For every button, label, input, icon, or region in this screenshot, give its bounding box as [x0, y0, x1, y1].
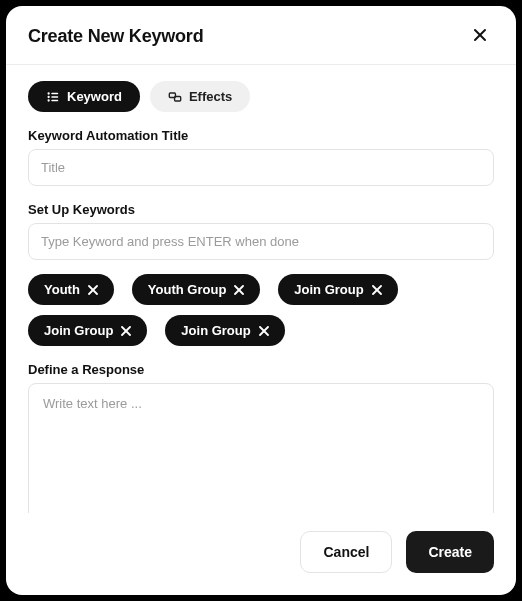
close-icon — [472, 27, 488, 46]
modal-header: Create New Keyword — [6, 6, 516, 65]
keyword-chip: Join Group — [278, 274, 397, 305]
svg-rect-6 — [51, 96, 58, 97]
modal-footer: Cancel Create — [6, 513, 516, 595]
chip-label: Join Group — [181, 323, 250, 338]
response-editor — [28, 383, 494, 513]
response-textarea[interactable] — [29, 384, 493, 502]
keyword-chips: Youth Youth Group Join Group — [28, 274, 494, 346]
svg-rect-5 — [51, 92, 58, 93]
keywords-input[interactable] — [28, 223, 494, 260]
list-icon — [46, 90, 60, 104]
chip-remove-icon[interactable] — [259, 326, 269, 336]
create-keyword-modal: Create New Keyword Keyword Effects — [6, 6, 516, 595]
tab-effects-label: Effects — [189, 89, 232, 104]
chip-remove-icon[interactable] — [372, 285, 382, 295]
tab-effects[interactable]: Effects — [150, 81, 250, 112]
chip-label: Youth — [44, 282, 80, 297]
chip-remove-icon[interactable] — [121, 326, 131, 336]
keyword-chip: Youth Group — [132, 274, 260, 305]
tabs: Keyword Effects — [28, 81, 494, 112]
modal-body: Keyword Effects Keyword Automation Title… — [6, 65, 516, 513]
keyword-chip: Join Group — [165, 315, 284, 346]
response-toolbar — [29, 506, 493, 513]
keywords-section: Set Up Keywords Youth Youth Group Join G… — [28, 202, 494, 346]
create-button[interactable]: Create — [406, 531, 494, 573]
modal-title: Create New Keyword — [28, 26, 203, 47]
effects-icon — [168, 90, 182, 104]
tab-keyword[interactable]: Keyword — [28, 81, 140, 112]
chip-label: Youth Group — [148, 282, 226, 297]
svg-point-4 — [47, 99, 49, 101]
svg-point-2 — [47, 92, 49, 94]
keyword-chip: Youth — [28, 274, 114, 305]
close-button[interactable] — [466, 22, 494, 50]
chip-label: Join Group — [294, 282, 363, 297]
title-input[interactable] — [28, 149, 494, 186]
title-section: Keyword Automation Title — [28, 128, 494, 186]
response-section: Define a Response — [28, 362, 494, 513]
svg-rect-9 — [174, 96, 180, 100]
response-label: Define a Response — [28, 362, 494, 377]
chip-remove-icon[interactable] — [88, 285, 98, 295]
chip-label: Join Group — [44, 323, 113, 338]
keywords-label: Set Up Keywords — [28, 202, 494, 217]
tab-keyword-label: Keyword — [67, 89, 122, 104]
svg-point-3 — [47, 95, 49, 97]
svg-rect-7 — [51, 99, 58, 100]
cancel-button[interactable]: Cancel — [300, 531, 392, 573]
chip-remove-icon[interactable] — [234, 285, 244, 295]
keyword-chip: Join Group — [28, 315, 147, 346]
title-label: Keyword Automation Title — [28, 128, 494, 143]
